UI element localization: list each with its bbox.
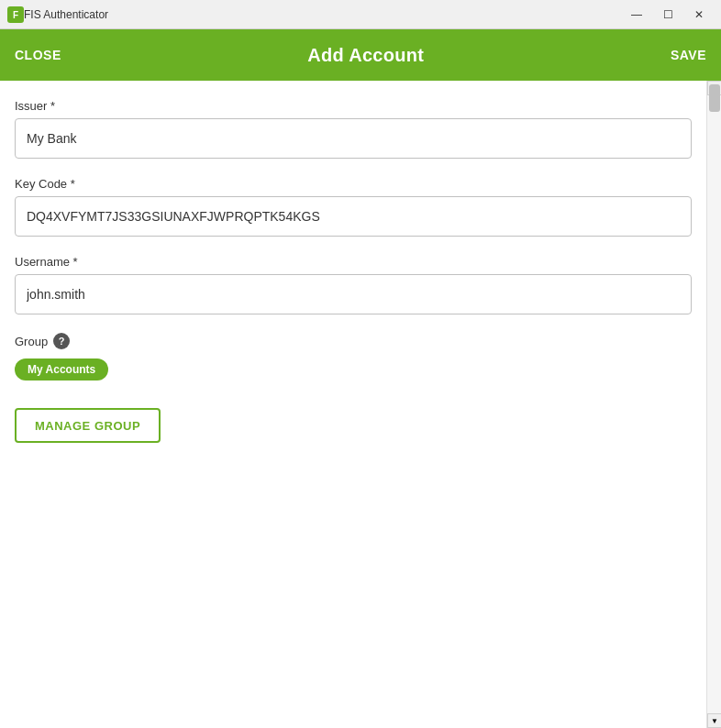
username-field-group: Username * bbox=[15, 255, 692, 314]
username-input[interactable] bbox=[15, 274, 692, 314]
group-section: Group ? My Accounts bbox=[15, 333, 692, 381]
keycode-field-group: Key Code * bbox=[15, 177, 692, 237]
issuer-field-group: Issuer * bbox=[15, 99, 692, 159]
app-icon: F bbox=[7, 6, 24, 23]
group-label: Group ? bbox=[15, 333, 692, 349]
issuer-label: Issuer * bbox=[15, 99, 692, 113]
title-bar: F FIS Authenticator — ☐ ✕ bbox=[0, 0, 721, 29]
maximize-button[interactable]: ☐ bbox=[653, 6, 682, 24]
close-button[interactable]: CLOSE bbox=[15, 48, 61, 62]
group-help-icon[interactable]: ? bbox=[53, 333, 70, 349]
app-title: FIS Authenticator bbox=[24, 8, 622, 21]
scrollbar-down-arrow[interactable]: ▼ bbox=[707, 713, 721, 728]
username-label: Username * bbox=[15, 255, 692, 269]
content-wrapper: Issuer * Key Code * Username * Group ? bbox=[0, 81, 721, 728]
window-controls: — ☐ ✕ bbox=[622, 6, 714, 24]
scrollbar[interactable]: ▲ ▼ bbox=[706, 81, 721, 728]
group-badge[interactable]: My Accounts bbox=[15, 358, 108, 381]
svg-text:F: F bbox=[13, 10, 18, 20]
content-area: Issuer * Key Code * Username * Group ? bbox=[0, 81, 706, 728]
minimize-button[interactable]: — bbox=[622, 6, 651, 24]
keycode-input[interactable] bbox=[15, 196, 692, 237]
issuer-input[interactable] bbox=[15, 118, 692, 159]
window-close-button[interactable]: ✕ bbox=[684, 6, 714, 24]
scrollbar-thumb[interactable] bbox=[709, 84, 720, 112]
app-header: CLOSE Add Account SAVE bbox=[0, 29, 721, 81]
page-title: Add Account bbox=[307, 45, 424, 66]
manage-group-button[interactable]: MANAGE GROUP bbox=[15, 408, 161, 443]
save-button[interactable]: SAVE bbox=[671, 48, 706, 62]
keycode-label: Key Code * bbox=[15, 177, 692, 191]
